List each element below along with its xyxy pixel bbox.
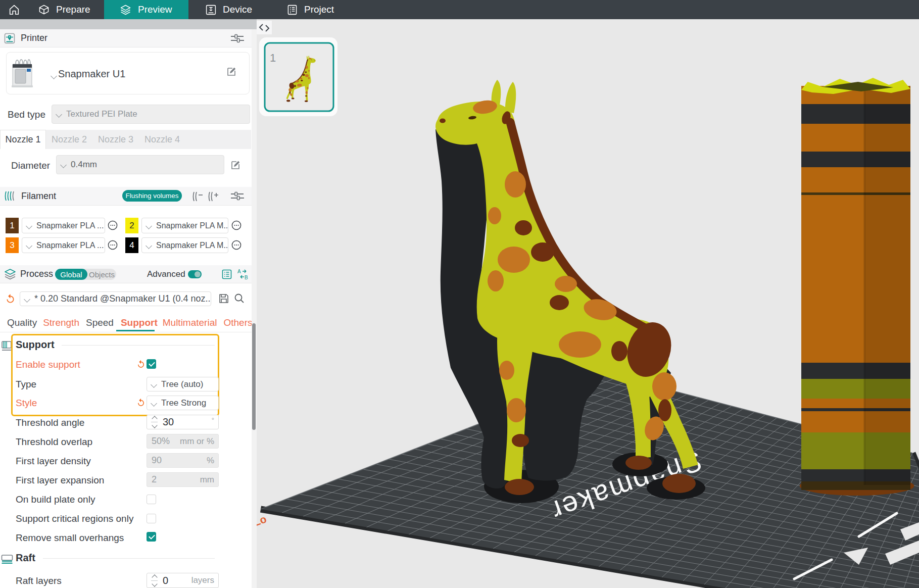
svg-text:A: A: [237, 269, 241, 274]
svg-text:1: 1: [270, 52, 276, 64]
svg-text:B: B: [245, 275, 248, 280]
